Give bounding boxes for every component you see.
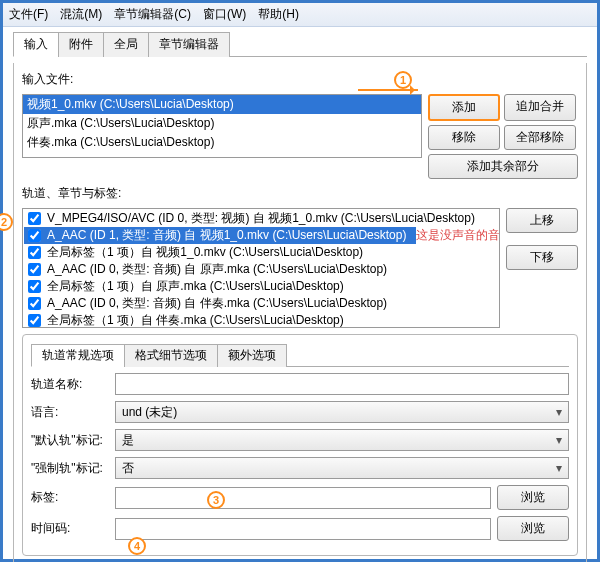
menu-help[interactable]: 帮助(H)	[258, 6, 299, 23]
menu-file[interactable]: 文件(F)	[9, 6, 48, 23]
timecodes-input[interactable]	[115, 518, 491, 540]
track-text: 全局标签（1 项）自 伴奏.mka (C:\Users\Lucia\Deskto…	[47, 312, 344, 328]
subtab-format[interactable]: 格式细节选项	[124, 344, 218, 367]
remove-button[interactable]: 移除	[428, 125, 500, 150]
menu-mux[interactable]: 混流(M)	[60, 6, 102, 23]
track-text: A_AAC (ID 0, 类型: 音频) 自 伴奏.mka (C:\Users\…	[47, 295, 387, 312]
track-text: A_AAC (ID 1, 类型: 音频) 自 视频1_0.mkv (C:\Use…	[47, 227, 406, 244]
track-item[interactable]: 全局标签（1 项）自 原声.mka (C:\Users\Lucia\Deskto…	[24, 278, 498, 295]
forced-flag-label: "强制轨"标记:	[31, 460, 109, 477]
menu-window[interactable]: 窗口(W)	[203, 6, 246, 23]
track-options-group: 轨道常规选项 格式细节选项 额外选项 轨道名称: 语言:und (未定) "默认…	[22, 334, 578, 556]
track-text: A_AAC (ID 0, 类型: 音频) 自 原声.mka (C:\Users\…	[47, 261, 387, 278]
language-label: 语言:	[31, 404, 109, 421]
add-button[interactable]: 添加	[428, 94, 500, 121]
track-checkbox[interactable]	[28, 297, 41, 310]
move-up-button[interactable]: 上移	[506, 208, 578, 233]
track-item[interactable]: V_MPEG4/ISO/AVC (ID 0, 类型: 视频) 自 视频1_0.m…	[24, 210, 498, 227]
default-flag-label: "默认轨"标记:	[31, 432, 109, 449]
track-checkbox[interactable]	[28, 229, 41, 242]
tabs: 输入 附件 全局 章节编辑器	[13, 31, 587, 57]
track-checkbox[interactable]	[28, 314, 41, 327]
annotation-circle-2: 2	[0, 213, 13, 231]
tab-global[interactable]: 全局	[103, 32, 149, 57]
tracks-label: 轨道、章节与标签:	[22, 185, 578, 202]
timecodes-label: 时间码:	[31, 520, 109, 537]
track-text: 全局标签（1 项）自 原声.mka (C:\Users\Lucia\Deskto…	[47, 278, 344, 295]
tab-attachments[interactable]: 附件	[58, 32, 104, 57]
input-files-label: 输入文件:	[22, 71, 578, 88]
menubar: 文件(F) 混流(M) 章节编辑器(C) 窗口(W) 帮助(H)	[3, 3, 597, 27]
trackname-input[interactable]	[115, 373, 569, 395]
timecodes-browse-button[interactable]: 浏览	[497, 516, 569, 541]
tags-browse-button[interactable]: 浏览	[497, 485, 569, 510]
subtabs: 轨道常规选项 格式细节选项 额外选项	[31, 343, 569, 367]
input-files-list[interactable]: 视频1_0.mkv (C:\Users\Lucia\Desktop) 原声.mk…	[22, 94, 422, 158]
append-button[interactable]: 追加合并	[504, 94, 576, 121]
menu-chapters[interactable]: 章节编辑器(C)	[114, 6, 191, 23]
add-rest-button[interactable]: 添加其余部分	[428, 154, 578, 179]
track-checkbox[interactable]	[28, 263, 41, 276]
track-item[interactable]: A_AAC (ID 0, 类型: 音频) 自 原声.mka (C:\Users\…	[24, 261, 498, 278]
forced-flag-select[interactable]: 否	[115, 457, 569, 479]
track-checkbox[interactable]	[28, 280, 41, 293]
remove-all-button[interactable]: 全部移除	[504, 125, 576, 150]
track-checkbox[interactable]	[28, 212, 41, 225]
tab-chapters[interactable]: 章节编辑器	[148, 32, 230, 57]
tags-label: 标签:	[31, 489, 109, 506]
input-file-item[interactable]: 视频1_0.mkv (C:\Users\Lucia\Desktop)	[23, 95, 421, 114]
tab-input[interactable]: 输入	[13, 32, 59, 57]
default-flag-select[interactable]: 是	[115, 429, 569, 451]
annotation-arrow	[358, 89, 418, 91]
move-down-button[interactable]: 下移	[506, 245, 578, 270]
trackname-label: 轨道名称:	[31, 376, 109, 393]
tags-input[interactable]	[115, 487, 491, 509]
track-item[interactable]: 全局标签（1 项）自 视频1_0.mkv (C:\Users\Lucia\Des…	[24, 244, 498, 261]
language-select[interactable]: und (未定)	[115, 401, 569, 423]
subtab-general[interactable]: 轨道常规选项	[31, 344, 125, 367]
track-checkbox[interactable]	[28, 246, 41, 259]
subtab-extra[interactable]: 额外选项	[217, 344, 287, 367]
track-item[interactable]: 全局标签（1 项）自 伴奏.mka (C:\Users\Lucia\Deskto…	[24, 312, 498, 328]
track-text: 全局标签（1 项）自 视频1_0.mkv (C:\Users\Lucia\Des…	[47, 244, 363, 261]
input-files-group: 输入文件: 视频1_0.mkv (C:\Users\Lucia\Desktop)…	[13, 63, 587, 562]
track-item[interactable]: A_AAC (ID 1, 类型: 音频) 自 视频1_0.mkv (C:\Use…	[24, 227, 498, 244]
input-file-item[interactable]: 伴奏.mka (C:\Users\Lucia\Desktop)	[23, 133, 421, 152]
annotation-text: 这是没声音的音频，可去掉勾选	[416, 227, 500, 244]
track-text: V_MPEG4/ISO/AVC (ID 0, 类型: 视频) 自 视频1_0.m…	[47, 210, 475, 227]
track-item[interactable]: A_AAC (ID 0, 类型: 音频) 自 伴奏.mka (C:\Users\…	[24, 295, 498, 312]
tracks-list[interactable]: V_MPEG4/ISO/AVC (ID 0, 类型: 视频) 自 视频1_0.m…	[22, 208, 500, 328]
input-file-item[interactable]: 原声.mka (C:\Users\Lucia\Desktop)	[23, 114, 421, 133]
